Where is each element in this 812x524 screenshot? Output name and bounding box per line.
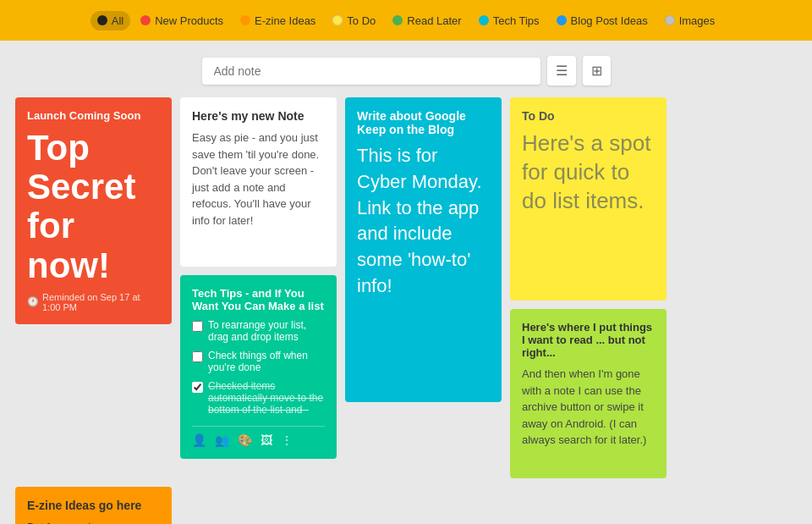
all-dot — [97, 15, 107, 25]
search-input[interactable] — [214, 64, 529, 78]
top-nav: All New Products E-zine Ideas To Do Read… — [0, 0, 812, 41]
nav-label-all: All — [112, 14, 123, 27]
nav-label-new-products: New Products — [155, 14, 223, 27]
notes-grid: Launch Coming Soon TopSecretfor now! 🕐 R… — [0, 97, 812, 524]
nav-item-tech-tips[interactable]: Tech Tips — [472, 11, 546, 30]
checklist-item-3: Checked items automatically move to the … — [192, 380, 325, 416]
checklist-label-1: To rearrange your list, drag and drop it… — [208, 319, 325, 343]
card3-title: Write about Google Keep on the Blog — [357, 109, 490, 136]
more-icon[interactable]: ⋮ — [281, 433, 293, 447]
card1-big-text: TopSecretfor now! — [27, 129, 160, 285]
note-card-launch: Launch Coming Soon TopSecretfor now! 🕐 R… — [15, 97, 172, 324]
card5-actions: 👤 👥 🎨 🖼 ⋮ — [192, 426, 325, 447]
list-view-button[interactable]: ☰ — [547, 56, 576, 85]
nav-label-images: Images — [679, 14, 716, 27]
note-card-blog: Write about Google Keep on the Blog This… — [345, 97, 502, 402]
nav-item-ezine[interactable]: E-zine Ideas — [233, 11, 322, 30]
nav-label-tech-tips: Tech Tips — [493, 14, 540, 27]
nav-item-all[interactable]: All — [91, 11, 130, 30]
tech-tips-dot — [479, 15, 489, 25]
card7-title: Here's where I put things I want to read… — [522, 321, 655, 359]
col-stack-2: To Do Here's a spot for quick to do list… — [510, 97, 667, 478]
nav-item-blog-post[interactable]: Blog Post Ideas — [550, 11, 655, 30]
card5-checklist: To rearrange your list, drag and drop it… — [192, 319, 325, 416]
ezine-dot — [240, 15, 250, 25]
card3-body: This is for Cyber Monday. Link to the ap… — [357, 143, 490, 300]
card1-reminder-text: Reminded on Sep 17 at 1:00 PM — [42, 292, 160, 312]
todo-dot — [332, 15, 343, 25]
checklist-label-3: Checked items automatically move to the … — [208, 380, 325, 416]
note-card-new-note: Here's my new Note Easy as pie - and you… — [180, 97, 337, 267]
card6-intro: But for now, here are some Google Keep l… — [27, 519, 160, 524]
checklist-item-2: Check things off when you're done — [192, 350, 325, 373]
nav-item-todo[interactable]: To Do — [326, 11, 382, 30]
palette-icon[interactable]: 🎨 — [238, 433, 252, 447]
col-stack-1: Here's my new Note Easy as pie - and you… — [180, 97, 337, 459]
note-card-read-later: Here's where I put things I want to read… — [510, 309, 667, 478]
checkbox-3[interactable] — [192, 382, 203, 393]
grid-view-button[interactable]: ⊞ — [583, 56, 611, 85]
nav-label-todo: To Do — [347, 14, 376, 27]
note-card-ezine: E-zine Ideas go here But for now, here a… — [15, 487, 172, 524]
card7-body: And then when I'm gone with a note I can… — [522, 366, 655, 449]
blog-post-dot — [557, 15, 567, 25]
card6-title: E-zine Ideas go here — [27, 499, 160, 512]
nav-label-ezine: E-zine Ideas — [255, 14, 315, 27]
new-products-dot — [140, 15, 151, 25]
note-card-tech-tips: Tech Tips - and If You Want You Can Make… — [180, 275, 337, 459]
card2-title: Here's my new Note — [192, 109, 325, 123]
card6-intro-text: But for now, here are some Google Keep l… — [27, 521, 159, 524]
checkbox-1[interactable] — [192, 321, 203, 332]
search-bar-area: ☰ ⊞ — [0, 41, 812, 97]
card1-reminder: 🕐 Reminded on Sep 17 at 1:00 PM — [27, 292, 160, 312]
add-person-icon[interactable]: 👥 — [215, 433, 229, 447]
card2-body: Easy as pie - and you just save them 'ti… — [192, 130, 325, 229]
checkbox-2[interactable] — [192, 351, 203, 362]
image-icon[interactable]: 🖼 — [261, 433, 272, 447]
nav-label-read-later: Read Later — [407, 14, 461, 27]
nav-item-new-products[interactable]: New Products — [134, 11, 230, 30]
checklist-label-2: Check things off when you're done — [208, 350, 325, 373]
nav-label-blog-post: Blog Post Ideas — [571, 14, 648, 27]
alarm-icon: 🕐 — [27, 296, 39, 307]
note-card-todo: To Do Here's a spot for quick to do list… — [510, 97, 667, 301]
images-dot — [665, 15, 675, 25]
card1-title: Launch Coming Soon — [27, 109, 160, 122]
checklist-item-1: To rearrange your list, drag and drop it… — [192, 319, 325, 343]
read-later-dot — [392, 15, 403, 25]
card4-body: Here's a spot for quick to do list items… — [522, 130, 655, 215]
card5-title: Tech Tips - and If You Want You Can Make… — [192, 287, 325, 312]
nav-item-read-later[interactable]: Read Later — [386, 11, 468, 30]
card4-title: To Do — [522, 109, 655, 123]
nav-item-images[interactable]: Images — [658, 11, 722, 30]
collaborator-icon[interactable]: 👤 — [192, 433, 206, 447]
search-input-wrap — [202, 58, 540, 85]
